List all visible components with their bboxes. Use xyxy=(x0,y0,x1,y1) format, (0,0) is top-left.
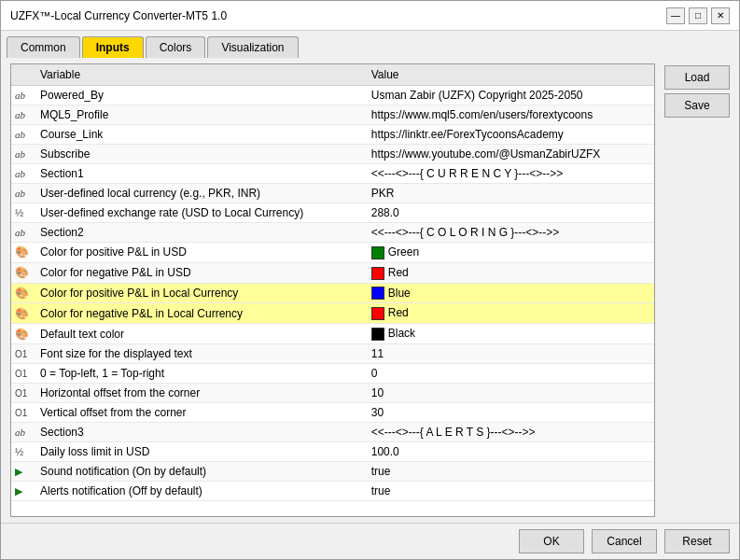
col-variable-header: Variable xyxy=(33,64,364,86)
row-value: <<---<>---{ A L E R T S }---<>-->> xyxy=(364,423,654,442)
table-row[interactable]: 🎨Color for negative P&L in Local Currenc… xyxy=(11,303,654,324)
row-icon: ab xyxy=(11,184,33,203)
row-variable: Vertical offset from the corner xyxy=(33,403,364,423)
row-icon: ½ xyxy=(11,203,33,223)
row-icon: O1 xyxy=(11,403,33,423)
load-button[interactable]: Load xyxy=(664,65,730,90)
row-icon: O1 xyxy=(11,344,33,364)
color-swatch xyxy=(371,328,384,341)
row-variable: User-defined local currency (e.g., PKR, … xyxy=(33,184,364,203)
table-row[interactable]: 🎨Color for negative P&L in USDRed xyxy=(11,262,654,283)
tab-common[interactable]: Common xyxy=(7,36,80,58)
row-icon: 🎨 xyxy=(11,243,33,263)
row-icon: ab xyxy=(11,223,33,243)
close-button[interactable]: ✕ xyxy=(711,7,730,24)
row-value: https://www.youtube.com/@UsmanZabirUZFX xyxy=(364,145,654,164)
row-icon: 🎨 xyxy=(11,283,33,303)
row-icon: ab xyxy=(11,86,33,105)
table-row[interactable]: ▶Alerts notification (Off by default)tru… xyxy=(11,482,654,501)
color-swatch xyxy=(371,267,384,280)
row-value: Black xyxy=(364,324,654,344)
row-variable: 0 = Top-left, 1 = Top-right xyxy=(33,364,364,384)
row-icon: ab xyxy=(11,105,33,125)
table-row[interactable]: abMQL5_Profilehttps://www.mql5.com/en/us… xyxy=(11,105,654,125)
table-row[interactable]: abSection2<<---<>---{ C O L O R I N G }-… xyxy=(11,223,654,243)
row-value: Red xyxy=(364,303,654,324)
table-row[interactable]: 🎨Color for positive P&L in Local Currenc… xyxy=(11,283,654,303)
table-row[interactable]: ▶Sound notification (On by default)true xyxy=(11,462,654,482)
table-row[interactable]: O1Font size for the displayed text11 xyxy=(11,344,654,364)
table-row[interactable]: 🎨Default text colorBlack xyxy=(11,324,654,344)
row-icon: ab xyxy=(11,125,33,145)
row-variable: Horizontal offset from the corner xyxy=(33,384,364,403)
row-value: <<---<>---{ C O L O R I N G }---<>-->> xyxy=(364,223,654,243)
tab-visualization[interactable]: Visualization xyxy=(207,36,298,58)
row-variable: Color for positive P&L in Local Currency xyxy=(33,283,364,303)
row-variable: Default text color xyxy=(33,324,364,344)
row-value: Blue xyxy=(364,283,654,303)
row-icon: ½ xyxy=(11,442,33,462)
table-row[interactable]: ½User-defined exchange rate (USD to Loca… xyxy=(11,203,654,223)
row-value: https://www.mql5.com/en/users/forextycoo… xyxy=(364,105,654,125)
row-variable: Font size for the displayed text xyxy=(33,344,364,364)
row-value: 11 xyxy=(364,344,654,364)
row-variable: Color for positive P&L in USD xyxy=(33,243,364,263)
row-variable: Daily loss limit in USD xyxy=(33,442,364,462)
title-bar: UZFX™-Local Currency Converter-MT5 1.0 —… xyxy=(1,1,739,31)
inputs-table: Variable Value abPowered_ByUsman Zabir (… xyxy=(11,64,654,501)
cancel-button[interactable]: Cancel xyxy=(592,529,657,553)
row-value: 0 xyxy=(364,364,654,384)
row-icon: ab xyxy=(11,164,33,184)
window-controls: — □ ✕ xyxy=(666,7,730,24)
inputs-table-container: Variable Value abPowered_ByUsman Zabir (… xyxy=(10,63,655,517)
row-variable: Sound notification (On by default) xyxy=(33,462,364,482)
row-variable: User-defined exchange rate (USD to Local… xyxy=(33,203,364,223)
row-variable: Color for negative P&L in Local Currency xyxy=(33,303,364,324)
row-variable: Section1 xyxy=(33,164,364,184)
save-button[interactable]: Save xyxy=(664,93,730,118)
maximize-button[interactable]: □ xyxy=(689,7,707,24)
table-row[interactable]: abSubscribehttps://www.youtube.com/@Usma… xyxy=(11,145,654,164)
tab-bar: Common Inputs Colors Visualization xyxy=(1,31,739,58)
bottom-bar: OK Cancel Reset xyxy=(1,523,739,559)
row-variable: Alerts notification (Off by default) xyxy=(33,482,364,501)
row-value: true xyxy=(364,462,654,482)
table-row[interactable]: O1Vertical offset from the corner30 xyxy=(11,403,654,423)
table-row[interactable]: abSection1<<---<>---{ C U R R E N C Y }-… xyxy=(11,164,654,184)
row-value: <<---<>---{ C U R R E N C Y }---<>-->> xyxy=(364,164,654,184)
content-area: Variable Value abPowered_ByUsman Zabir (… xyxy=(1,58,739,523)
table-row[interactable]: O1Horizontal offset from the corner10 xyxy=(11,384,654,403)
row-value: true xyxy=(364,482,654,501)
tab-colors[interactable]: Colors xyxy=(146,36,206,58)
row-variable: Section2 xyxy=(33,223,364,243)
color-swatch xyxy=(371,246,384,259)
reset-button[interactable]: Reset xyxy=(664,529,730,553)
row-variable: Section3 xyxy=(33,423,364,442)
color-swatch xyxy=(371,287,384,300)
row-icon: O1 xyxy=(11,384,33,403)
col-value-header: Value xyxy=(364,64,654,86)
row-value: Green xyxy=(364,243,654,263)
table-row[interactable]: abCourse_Linkhttps://linktr.ee/ForexTyco… xyxy=(11,125,654,145)
minimize-button[interactable]: — xyxy=(666,7,685,24)
side-buttons: Load Save xyxy=(664,63,730,517)
row-value: PKR xyxy=(364,184,654,203)
table-row[interactable]: abPowered_ByUsman Zabir (UZFX) Copyright… xyxy=(11,86,654,105)
row-icon: ▶ xyxy=(11,482,33,501)
table-row[interactable]: abUser-defined local currency (e.g., PKR… xyxy=(11,184,654,203)
tab-inputs[interactable]: Inputs xyxy=(82,36,144,58)
row-value: 30 xyxy=(364,403,654,423)
row-variable: Color for negative P&L in USD xyxy=(33,262,364,283)
ok-button[interactable]: OK xyxy=(519,529,584,553)
row-variable: Powered_By xyxy=(33,86,364,105)
row-value: https://linktr.ee/ForexTycoonsAcademy xyxy=(364,125,654,145)
row-value: 100.0 xyxy=(364,442,654,462)
main-window: UZFX™-Local Currency Converter-MT5 1.0 —… xyxy=(0,0,740,560)
table-row[interactable]: abSection3<<---<>---{ A L E R T S }---<>… xyxy=(11,423,654,442)
row-icon: O1 xyxy=(11,364,33,384)
table-row[interactable]: O10 = Top-left, 1 = Top-right0 xyxy=(11,364,654,384)
color-swatch xyxy=(371,307,384,320)
table-row[interactable]: ½Daily loss limit in USD100.0 xyxy=(11,442,654,462)
row-value: Usman Zabir (UZFX) Copyright 2025-2050 xyxy=(364,86,654,105)
table-row[interactable]: 🎨Color for positive P&L in USDGreen xyxy=(11,243,654,263)
